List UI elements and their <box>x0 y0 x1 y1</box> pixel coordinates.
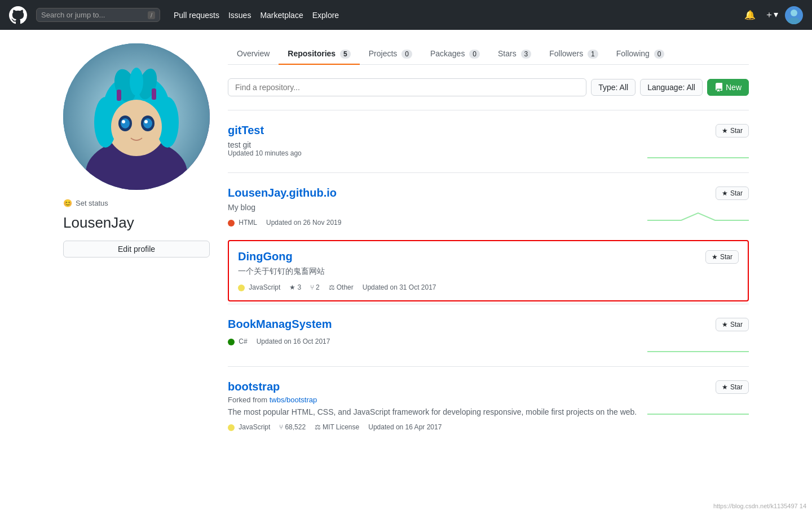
star-icon-sm: ★ <box>289 283 295 291</box>
packages-count-badge: 0 <box>469 50 480 59</box>
profile-avatar <box>63 43 210 190</box>
license-stat-dinggong: ⚖ Other <box>329 283 354 291</box>
nav-marketplace[interactable]: Marketplace <box>260 11 303 20</box>
star-button-github-io[interactable]: ★ Star <box>716 187 749 200</box>
stars-stat-dinggong: ★ 3 <box>289 283 301 291</box>
license-icon: ⚖ <box>315 423 321 431</box>
star-button-bootstrap[interactable]: ★ Star <box>716 380 749 394</box>
new-repo-icon <box>714 83 723 92</box>
repo-graph-gittest <box>647 142 749 159</box>
nav-pull-requests[interactable]: Pull requests <box>174 11 219 20</box>
fork-source-link[interactable]: twbs/bootstrap <box>270 396 317 404</box>
star-button-dinggong[interactable]: ★ Star <box>705 250 739 264</box>
forks-stat-dinggong: ⑂ 2 <box>310 283 320 291</box>
license-stat-bootstrap: ⚖ MIT License <box>315 423 359 431</box>
svg-point-1 <box>788 17 800 24</box>
fork-icon: ⑂ <box>310 283 314 291</box>
svg-point-0 <box>791 10 797 16</box>
tab-stars[interactable]: Stars 3 <box>489 43 540 65</box>
nav-issues[interactable]: Issues <box>228 11 251 20</box>
tab-projects[interactable]: Projects 0 <box>360 43 421 65</box>
forked-from-bootstrap: Forked from twbs/bootstrap <box>228 396 637 404</box>
type-filter-button[interactable]: Type: All <box>591 79 636 96</box>
plus-menu-button[interactable]: ＋▾ <box>762 7 780 23</box>
github-logo-icon[interactable] <box>9 6 27 24</box>
page-layout: 😊 Set status LousenJay Edit profile Over… <box>45 30 767 458</box>
repo-item-gittest: gitTest test git Updated 10 minutes ago … <box>228 110 749 172</box>
star-icon: ★ <box>712 253 718 261</box>
svg-point-15 <box>121 118 130 128</box>
repo-graph-bookmanag <box>647 336 749 353</box>
svg-point-17 <box>122 120 125 123</box>
repo-meta-bootstrap: JavaScript ⑂ 68,522 ⚖ MIT License Update… <box>228 423 637 431</box>
repo-item-github-io: LousenJay.github.io My blog HTML Updated… <box>228 172 749 240</box>
fork-icon: ⑂ <box>279 423 283 431</box>
repo-desc-gittest: test git <box>228 140 302 149</box>
star-icon: ★ <box>722 127 728 135</box>
repo-desc-bootstrap: The most popular HTML, CSS, and JavaScri… <box>228 407 637 416</box>
nav-links: Pull requests Issues Marketplace Explore <box>174 11 339 20</box>
slash-key: / <box>148 11 155 19</box>
projects-count-badge: 0 <box>401 50 412 59</box>
search-input[interactable] <box>41 11 131 19</box>
language-filter-button[interactable]: Language: All <box>640 79 703 96</box>
tab-following[interactable]: Following 0 <box>607 43 674 65</box>
tab-followers[interactable]: Followers 1 <box>540 43 607 65</box>
edit-profile-button[interactable]: Edit profile <box>63 241 210 258</box>
set-status-label: Set status <box>76 199 108 207</box>
lang-dot-bookmanag <box>228 339 235 345</box>
tab-packages[interactable]: Packages 0 <box>421 43 489 65</box>
tab-repositories[interactable]: Repositories 5 <box>279 43 359 65</box>
svg-point-16 <box>143 118 152 128</box>
new-label: New <box>726 83 742 92</box>
repo-item-dinggong: DingGong 一个关于钉钉的鬼畜网站 JavaScript ★ 3 <box>228 240 749 301</box>
stars-count-badge: 3 <box>521 50 532 59</box>
set-status-button[interactable]: 😊 Set status <box>63 199 210 207</box>
lang-dot-dinggong <box>238 285 245 291</box>
repo-item-bookmanag: BookManagSystem C# Updated on 16 Oct 201… <box>228 304 749 366</box>
repo-meta-dinggong: JavaScript ★ 3 ⑂ 2 ⚖ <box>238 283 436 291</box>
repo-name-gittest[interactable]: gitTest <box>228 124 264 136</box>
lang-indicator-dinggong: JavaScript <box>238 283 280 291</box>
navbar: / Pull requests Issues Marketplace Explo… <box>0 0 812 30</box>
lang-indicator-github-io: HTML <box>228 219 257 227</box>
avatar[interactable] <box>785 6 803 24</box>
star-button-bookmanag[interactable]: ★ Star <box>716 318 749 331</box>
repos-count-badge: 5 <box>340 50 351 59</box>
lang-indicator-bootstrap: JavaScript <box>228 423 270 431</box>
svg-rect-20 <box>152 88 156 100</box>
repo-updated-bookmanag: Updated on 16 Oct 2017 <box>257 338 330 345</box>
repo-list: gitTest test git Updated 10 minutes ago … <box>228 110 749 445</box>
star-icon: ★ <box>722 383 728 391</box>
lang-dot-bootstrap <box>228 424 235 431</box>
star-button-gittest[interactable]: ★ Star <box>716 124 749 137</box>
repo-updated-github-io: Updated on 26 Nov 2019 <box>266 219 341 227</box>
nav-explore[interactable]: Explore <box>312 11 339 20</box>
repo-search-input[interactable] <box>228 78 586 96</box>
repo-meta-bookmanag: C# Updated on 16 Oct 2017 <box>228 338 332 345</box>
repo-name-bootstrap[interactable]: bootstrap <box>228 380 280 393</box>
notifications-button[interactable]: 🔔 <box>742 7 758 23</box>
profile-tabs: Overview Repositories 5 Projects 0 Packa… <box>228 43 749 65</box>
svg-point-12 <box>111 100 162 154</box>
new-repo-button[interactable]: New <box>707 79 749 96</box>
main-content: Overview Repositories 5 Projects 0 Packa… <box>228 43 749 445</box>
lang-label-bootstrap: JavaScript <box>239 423 270 431</box>
repo-name-bookmanag[interactable]: BookManagSystem <box>228 318 332 330</box>
repo-desc-github-io: My blog <box>228 203 341 212</box>
search-box[interactable]: / <box>36 8 160 22</box>
tab-overview[interactable]: Overview <box>228 43 279 65</box>
followers-count-badge: 1 <box>588 50 598 59</box>
star-icon: ★ <box>722 189 728 197</box>
following-count-badge: 0 <box>654 50 665 59</box>
sidebar: 😊 Set status LousenJay Edit profile <box>63 43 210 445</box>
nav-right: 🔔 ＋▾ <box>742 6 803 24</box>
lang-dot-github-io <box>228 220 235 227</box>
repo-name-github-io[interactable]: LousenJay.github.io <box>228 187 337 199</box>
repo-item-bootstrap: bootstrap Forked from twbs/bootstrap The… <box>228 366 749 445</box>
repo-name-dinggong[interactable]: DingGong <box>238 250 293 263</box>
profile-username: LousenJay <box>63 214 210 232</box>
star-icon: ★ <box>722 321 728 328</box>
repo-updated-bootstrap: Updated on 16 Apr 2017 <box>368 423 442 431</box>
repo-updated-dinggong: Updated on 31 Oct 2017 <box>363 283 436 291</box>
